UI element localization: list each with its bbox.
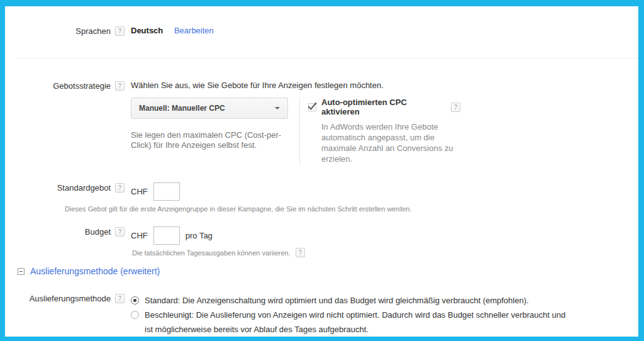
- delivery-option-accelerated[interactable]: Beschleunigt: Die Auslieferung von Anzei…: [131, 308, 567, 337]
- ecpc-checkbox[interactable]: [308, 103, 316, 111]
- collapse-minus-icon[interactable]: [18, 268, 25, 275]
- languages-value: Deutsch: [131, 26, 163, 35]
- budget-row: Budget ? CHF pro Tag: [5, 226, 638, 245]
- default-bid-label: Standardgebot: [57, 183, 111, 193]
- ecpc-description: In AdWords werden Ihre Gebote automatisc…: [321, 121, 469, 164]
- budget-content: CHF pro Tag: [131, 226, 213, 245]
- default-bid-currency: CHF: [131, 187, 148, 196]
- languages-label-group: Sprachen ?: [5, 26, 125, 36]
- bid-strategy-left-col: Manuell: Manueller CPC Sie legen den max…: [131, 98, 299, 164]
- radio-selected-icon[interactable]: [131, 296, 139, 305]
- budget-label: Budget: [85, 227, 111, 237]
- bid-strategy-columns: Manuell: Manueller CPC Sie legen den max…: [131, 98, 460, 164]
- chevron-down-icon: [275, 107, 280, 109]
- delivery-method-section-label[interactable]: Auslieferungsmethode (erweitert): [30, 266, 160, 276]
- bid-strategy-help-text: Sie legen den maximalen CPC (Cost-per-Cl…: [131, 130, 292, 150]
- bid-strategy-dropdown-value: Manuell: Manueller CPC: [139, 104, 225, 113]
- bid-strategy-label: Gebotsstrategie: [53, 81, 111, 91]
- budget-suffix: pro Tag: [186, 231, 213, 240]
- default-bid-note: Dieses Gebot gilt für die erste Anzeigen…: [65, 205, 638, 213]
- budget-input[interactable]: [153, 226, 180, 245]
- ecpc-checkbox-row: Auto-optimierten CPC aktivieren ?: [308, 98, 460, 116]
- bid-strategy-content: Wählen Sie aus, wie Sie Gebote für Ihre …: [131, 81, 460, 164]
- radio-unselected-icon[interactable]: [131, 311, 139, 319]
- budget-note-row: Die tatsächlichen Tagesausgaben können v…: [132, 248, 638, 257]
- delivery-option-accelerated-text[interactable]: Beschleunigt: Die Auslieferung von Anzei…: [145, 308, 567, 337]
- delivery-method-label-group: Auslieferungsmethode ?: [5, 293, 125, 303]
- help-icon[interactable]: ?: [115, 81, 125, 91]
- bid-strategy-description: Wählen Sie aus, wie Sie Gebote für Ihre …: [131, 81, 460, 91]
- delivery-method-row: Auslieferungsmethode ? Standard: Die Anz…: [5, 293, 638, 337]
- ecpc-label[interactable]: Auto-optimierten CPC aktivieren: [321, 98, 445, 116]
- default-bid-label-group: Standardgebot ?: [5, 182, 125, 193]
- languages-row: Sprachen ? Deutsch Bearbeiten: [5, 26, 638, 36]
- languages-value-group: Deutsch Bearbeiten: [131, 26, 214, 35]
- help-icon[interactable]: ?: [115, 294, 125, 303]
- settings-panel: Sprachen ? Deutsch Bearbeiten Gebotsstra…: [0, 0, 644, 341]
- vertical-divider: [299, 98, 300, 164]
- delivery-method-options: Standard: Die Anzeigenschaltung wird opt…: [131, 293, 567, 337]
- bid-strategy-dropdown[interactable]: Manuell: Manueller CPC: [131, 98, 288, 119]
- help-icon[interactable]: ?: [115, 227, 125, 237]
- help-icon[interactable]: ?: [451, 103, 460, 112]
- default-bid-input[interactable]: [153, 182, 180, 201]
- default-bid-row: Standardgebot ? CHF: [5, 182, 638, 201]
- delivery-method-label: Auslieferungsmethode: [30, 294, 111, 303]
- bid-strategy-label-group: Gebotsstrategie ?: [5, 81, 125, 91]
- budget-label-group: Budget ?: [5, 226, 125, 237]
- bid-strategy-row: Gebotsstrategie ? Wählen Sie aus, wie Si…: [5, 81, 638, 164]
- campaign-settings-form: Sprachen ? Deutsch Bearbeiten Gebotsstra…: [5, 26, 638, 341]
- delivery-method-section-toggle[interactable]: Auslieferungsmethode (erweitert): [18, 266, 638, 276]
- delivery-option-standard[interactable]: Standard: Die Anzeigenschaltung wird opt…: [131, 293, 567, 308]
- default-bid-content: CHF: [131, 182, 180, 201]
- delivery-option-standard-text[interactable]: Standard: Die Anzeigenschaltung wird opt…: [145, 293, 567, 308]
- budget-note: Die tatsächlichen Tagesausgaben können v…: [132, 249, 291, 257]
- budget-currency: CHF: [131, 231, 148, 240]
- section-divider: [16, 58, 638, 59]
- edit-languages-link[interactable]: Bearbeiten: [174, 26, 214, 35]
- ecpc-col: Auto-optimierten CPC aktivieren ? In AdW…: [308, 98, 460, 164]
- help-icon[interactable]: ?: [115, 183, 125, 193]
- help-icon[interactable]: ?: [115, 26, 125, 36]
- languages-label: Sprachen: [75, 26, 111, 36]
- help-icon[interactable]: ?: [296, 248, 305, 257]
